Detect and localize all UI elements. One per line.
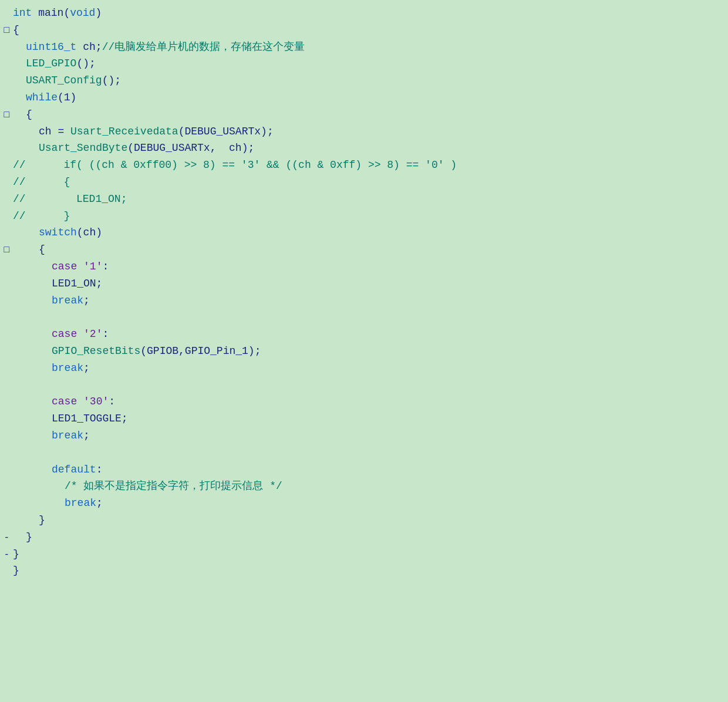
code-token: (DEBUG_USARTx); bbox=[178, 126, 274, 137]
code-token: (); bbox=[102, 75, 121, 86]
code-token: break bbox=[65, 497, 96, 509]
code-text: int main(void) bbox=[11, 5, 728, 22]
code-line: break; bbox=[0, 495, 728, 512]
code-token: LED1_TOGGLE; bbox=[52, 413, 128, 424]
code-token: while bbox=[26, 92, 58, 103]
gutter-marker: □ bbox=[0, 23, 11, 39]
code-text: // LED1_ON; bbox=[11, 191, 728, 208]
code-text: Usart_SendByte(DEBUG_USARTx, ch); bbox=[11, 140, 728, 157]
code-line: default: bbox=[0, 461, 728, 478]
code-text: LED_GPIO(); bbox=[11, 55, 728, 72]
code-line: □{ bbox=[0, 106, 728, 123]
code-text: GPIO_ResetBits(GPIOB,GPIO_Pin_1); bbox=[11, 343, 728, 360]
code-token: USART_Config bbox=[26, 75, 102, 86]
code-token: ; bbox=[83, 295, 90, 306]
code-text: break; bbox=[11, 427, 728, 444]
code-container: int main(void)□{uint16_t ch;//电脑发给单片机的数据… bbox=[0, 0, 728, 702]
code-token: // } bbox=[13, 210, 70, 222]
code-text: // if( ((ch & 0xff00) >> 8) == '3' && ((… bbox=[11, 157, 728, 174]
code-text: ch = Usart_Receivedata(DEBUG_USARTx); bbox=[11, 123, 728, 140]
code-line: ch = Usart_Receivedata(DEBUG_USARTx); bbox=[0, 123, 728, 140]
code-token bbox=[77, 261, 83, 272]
gutter-marker: - bbox=[0, 548, 11, 563]
code-text: uint16_t ch;//电脑发给单片机的数据，存储在这个变量 bbox=[11, 39, 728, 56]
code-text: /* 如果不是指定指令字符，打印提示信息 */ bbox=[11, 478, 728, 495]
code-text: break; bbox=[11, 495, 728, 512]
code-line: // { bbox=[0, 174, 728, 191]
code-token: ; bbox=[83, 362, 90, 374]
code-token: } bbox=[13, 548, 19, 560]
code-line: Usart_SendByte(DEBUG_USARTx, ch); bbox=[0, 140, 728, 157]
code-token: // LED1_ON; bbox=[13, 193, 127, 205]
code-line: □{ bbox=[0, 241, 728, 258]
code-token: '2' bbox=[83, 328, 102, 340]
code-token: : bbox=[96, 464, 103, 475]
code-text: break; bbox=[11, 292, 728, 309]
code-token: (); bbox=[76, 58, 95, 69]
code-text: break; bbox=[11, 360, 728, 377]
code-line: case '2': bbox=[0, 326, 728, 343]
code-line: } bbox=[0, 562, 728, 579]
code-token bbox=[77, 396, 83, 407]
code-line: /* 如果不是指定指令字符，打印提示信息 */ bbox=[0, 478, 728, 495]
code-text: { bbox=[11, 241, 728, 258]
code-text: case '1': bbox=[11, 258, 728, 275]
code-text bbox=[11, 309, 728, 326]
code-line: // } bbox=[0, 208, 728, 225]
code-token: ; bbox=[83, 430, 90, 441]
code-line: GPIO_ResetBits(GPIOB,GPIO_Pin_1); bbox=[0, 343, 728, 360]
code-text: case '30': bbox=[11, 393, 728, 410]
code-token: '30' bbox=[83, 396, 109, 407]
code-token: case bbox=[52, 396, 77, 407]
code-token: (DEBUG_USARTx, ch); bbox=[127, 142, 254, 154]
code-text: { bbox=[11, 22, 728, 39]
code-line: USART_Config(); bbox=[0, 72, 728, 89]
code-token: (GPIOB,GPIO_Pin_1); bbox=[140, 345, 261, 357]
code-text: LED1_ON; bbox=[11, 275, 728, 292]
code-token: // if( ((ch & 0xff00) >> 8) == '3' && ((… bbox=[13, 159, 457, 171]
code-token: ch = bbox=[39, 126, 70, 137]
code-line: -} bbox=[0, 546, 728, 563]
code-token: ; bbox=[96, 497, 103, 509]
code-token: : bbox=[102, 261, 109, 272]
code-token: case bbox=[52, 261, 77, 272]
code-token: int bbox=[13, 7, 32, 19]
code-token: break bbox=[52, 430, 83, 441]
code-token: break bbox=[52, 362, 83, 374]
code-text: // } bbox=[11, 208, 728, 225]
code-text: } bbox=[11, 562, 728, 579]
code-token: void bbox=[70, 7, 95, 19]
code-line: □{ bbox=[0, 22, 728, 39]
code-text bbox=[11, 377, 728, 394]
code-text: LED1_TOGGLE; bbox=[11, 410, 728, 427]
code-token bbox=[77, 328, 83, 340]
code-token: LED_GPIO bbox=[26, 58, 76, 69]
code-token: break bbox=[52, 295, 83, 306]
code-token: ) bbox=[95, 7, 102, 19]
code-text: while(1) bbox=[11, 89, 728, 106]
code-line bbox=[0, 309, 728, 326]
code-line: -} bbox=[0, 529, 728, 546]
code-token: /* 如果不是指定指令字符，打印提示信息 */ bbox=[65, 480, 282, 492]
code-token: : bbox=[102, 328, 109, 340]
code-text: case '2': bbox=[11, 326, 728, 343]
gutter-marker: □ bbox=[0, 108, 11, 123]
code-line: uint16_t ch;//电脑发给单片机的数据，存储在这个变量 bbox=[0, 39, 728, 56]
code-line: LED1_ON; bbox=[0, 275, 728, 292]
code-token: } bbox=[26, 531, 32, 543]
code-text: } bbox=[11, 512, 728, 529]
code-token: LED1_ON; bbox=[52, 278, 102, 289]
code-token: { bbox=[13, 24, 19, 36]
code-token: (1) bbox=[58, 92, 76, 103]
code-text bbox=[11, 444, 728, 461]
code-token: { bbox=[26, 109, 32, 120]
gutter-marker: □ bbox=[0, 243, 11, 258]
code-line: LED_GPIO(); bbox=[0, 55, 728, 72]
code-token: : bbox=[109, 396, 115, 407]
code-text: } bbox=[11, 546, 728, 563]
code-line: LED1_TOGGLE; bbox=[0, 410, 728, 427]
code-text: USART_Config(); bbox=[11, 72, 728, 89]
code-line: break; bbox=[0, 360, 728, 377]
code-token: '1' bbox=[83, 261, 102, 272]
code-line: case '30': bbox=[0, 393, 728, 410]
